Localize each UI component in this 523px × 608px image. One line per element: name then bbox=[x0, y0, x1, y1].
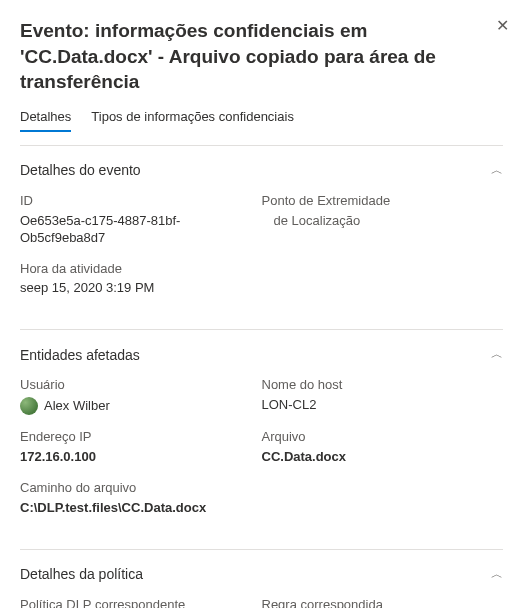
field-endpoint: Ponto de Extremidade de Localização bbox=[262, 193, 504, 247]
field-path-label: Caminho do arquivo bbox=[20, 480, 493, 497]
field-user-label: Usuário bbox=[20, 377, 252, 394]
field-activity-time: Hora da atividade seep 15, 2020 3:19 PM bbox=[20, 261, 503, 298]
tab-sensitive-types-label: Tipos de informações confidenciais bbox=[91, 109, 294, 124]
tab-sensitive-types[interactable]: Tipos de informações confidenciais bbox=[91, 109, 294, 132]
section-policy-header[interactable]: Detalhes da política ︿ bbox=[20, 566, 503, 583]
field-file-value: CC.Data.docx bbox=[262, 449, 494, 466]
field-ip-label: Endereço IP bbox=[20, 429, 252, 446]
field-path-value: C:\DLP.test.files\CC.Data.docx bbox=[20, 500, 493, 517]
field-time-label: Hora da atividade bbox=[20, 261, 493, 278]
chevron-up-icon: ︿ bbox=[491, 162, 503, 179]
field-user-value: Alex Wilber bbox=[44, 398, 110, 415]
divider bbox=[20, 145, 503, 146]
close-icon: ✕ bbox=[496, 17, 509, 34]
field-time-value: seep 15, 2020 3:19 PM bbox=[20, 280, 493, 297]
field-location-label: de Localização bbox=[274, 213, 494, 230]
field-file-label: Arquivo bbox=[262, 429, 494, 446]
field-ip-value: 172.16.0.100 bbox=[20, 449, 252, 466]
section-affected-header[interactable]: Entidades afetadas ︿ bbox=[20, 346, 503, 363]
field-host-label: Nome do host bbox=[262, 377, 494, 394]
field-host-value: LON-CL2 bbox=[262, 397, 494, 414]
tab-details[interactable]: Detalhes bbox=[20, 109, 71, 132]
section-policy-title: Detalhes da política bbox=[20, 566, 143, 582]
section-event-details-title: Detalhes do evento bbox=[20, 162, 141, 178]
tab-list: Detalhes Tipos de informações confidenci… bbox=[20, 109, 503, 133]
close-button[interactable]: ✕ bbox=[496, 18, 509, 34]
field-id-label: ID bbox=[20, 193, 252, 210]
section-policy-details: Detalhes da política ︿ Política DLP corr… bbox=[20, 566, 503, 608]
section-event-details: Detalhes do evento ︿ ID Oe653e5a-c175-48… bbox=[20, 162, 503, 311]
section-affected-entities: Entidades afetadas ︿ Usuário Alex Wilber… bbox=[20, 346, 503, 530]
panel-header: Evento: informações confidenciais em 'CC… bbox=[20, 18, 503, 95]
field-policy: Política DLP correspondente Bloquear dad… bbox=[20, 597, 262, 608]
field-rule-label: Regra correspondida bbox=[262, 597, 494, 608]
tab-details-label: Detalhes bbox=[20, 109, 71, 124]
section-event-details-header[interactable]: Detalhes do evento ︿ bbox=[20, 162, 503, 179]
field-file: Arquivo CC.Data.docx bbox=[262, 429, 504, 466]
chevron-up-icon: ︿ bbox=[491, 346, 503, 363]
field-id-value: Oe653e5a-c175-4887-81bf-Ob5cf9eba8d7 bbox=[20, 213, 252, 247]
field-id: ID Oe653e5a-c175-4887-81bf-Ob5cf9eba8d7 bbox=[20, 193, 262, 247]
panel-title: Evento: informações confidenciais em 'CC… bbox=[20, 18, 503, 95]
field-user: Usuário Alex Wilber bbox=[20, 377, 262, 415]
divider bbox=[20, 329, 503, 330]
field-endpoint-label: Ponto de Extremidade bbox=[262, 193, 494, 210]
field-policy-label: Política DLP correspondente bbox=[20, 597, 252, 608]
section-affected-title: Entidades afetadas bbox=[20, 347, 140, 363]
field-rule: Regra correspondida Regra para parar de … bbox=[262, 597, 504, 608]
field-path: Caminho do arquivo C:\DLP.test.files\CC.… bbox=[20, 480, 503, 517]
field-host: Nome do host LON-CL2 bbox=[262, 377, 504, 415]
chevron-up-icon: ︿ bbox=[491, 566, 503, 583]
divider bbox=[20, 549, 503, 550]
avatar bbox=[20, 397, 38, 415]
field-ip: Endereço IP 172.16.0.100 bbox=[20, 429, 262, 466]
